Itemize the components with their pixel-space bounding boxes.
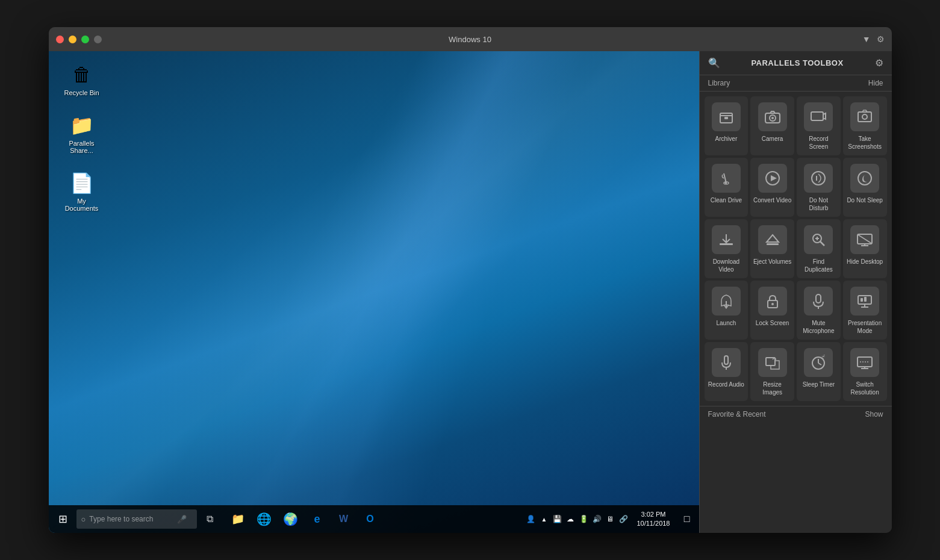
tray-storage-icon[interactable]: 💾 [551, 513, 563, 525]
desktop-icon-parallels-share[interactable]: 📁 Parallels Share... [58, 111, 106, 157]
tool-switch-resolution[interactable]: Switch Resolution [843, 342, 887, 401]
my-documents-label: My Documents [60, 198, 104, 212]
tool-lock-screen[interactable]: Lock Screen [750, 281, 794, 340]
start-button[interactable]: ⊞ [51, 507, 75, 531]
take-screenshots-label: Take Screenshots [845, 135, 885, 151]
desktop-icon-recycle-bin[interactable]: 🗑 Recycle Bin [58, 60, 106, 99]
svg-marker-18 [767, 235, 779, 242]
library-label: Library [708, 79, 730, 87]
svg-rect-6 [811, 112, 823, 120]
launch-label: Launch [716, 319, 736, 327]
find-duplicates-label: Find Duplicates [799, 258, 838, 273]
svg-marker-12 [771, 175, 777, 181]
tool-do-not-disturb[interactable]: Do Not Disturb [797, 158, 841, 217]
do-not-disturb-label: Do Not Disturb [799, 196, 838, 212]
svg-point-13 [812, 172, 825, 185]
svg-line-45 [818, 363, 821, 365]
launch-icon [712, 287, 741, 316]
svg-rect-31 [816, 294, 821, 303]
clock-date: 10/11/2018 [637, 519, 670, 528]
hide-desktop-icon [850, 225, 879, 254]
hide-button[interactable]: Hide [868, 79, 883, 87]
tool-record-screen[interactable]: Record Screen [797, 96, 841, 155]
tray-volume-icon[interactable]: 🔊 [591, 513, 603, 525]
title-bar-controls [56, 36, 102, 43]
tool-archiver[interactable]: Archiver [705, 96, 749, 155]
maximize-button[interactable] [81, 36, 89, 43]
tool-download-video[interactable]: Download Video [705, 219, 749, 278]
presentation-mode-label: Presentation Mode [845, 319, 885, 335]
convert-video-label: Convert Video [753, 196, 791, 204]
clock-time: 3:02 PM [641, 510, 665, 519]
download-video-icon [712, 225, 741, 254]
desktop[interactable]: 🗑 Recycle Bin 📁 Parallels Share... 📄 My … [49, 51, 699, 533]
tool-resize-images[interactable]: Resize Images [750, 342, 794, 401]
dropdown-icon[interactable]: ▼ [862, 34, 871, 44]
taskbar-search[interactable]: ○ 🎤 [76, 509, 197, 529]
taskbar-tray: 👤 ▲ 💾 ☁ 🔋 🔊 🖥 🔗 3:02 PM 10/11/2018 [524, 507, 696, 531]
tray-link-icon[interactable]: 🔗 [617, 513, 629, 525]
tool-camera[interactable]: Camera [750, 96, 794, 155]
task-view-button[interactable]: ⧉ [198, 507, 222, 531]
search-circle-icon: ○ [81, 515, 86, 524]
tool-hide-desktop[interactable]: Hide Desktop [843, 219, 887, 278]
settings-icon[interactable]: ⚙ [877, 34, 885, 44]
toolbox-panel: 🔍 PARALLELS TOOLBOX ⚙ Library Hide Archi… [699, 51, 892, 533]
tool-sleep-timer[interactable]: ZZ Sleep Timer [797, 342, 841, 401]
recycle-bin-label: Recycle Bin [64, 89, 99, 96]
ie-icon[interactable]: 🌍 [279, 507, 303, 531]
tool-mute-microphone[interactable]: Mute Microphone [797, 281, 841, 340]
notification-button[interactable]: □ [677, 507, 697, 531]
search-input[interactable] [89, 515, 173, 523]
outlook-icon[interactable]: O [358, 507, 382, 531]
taskbar-clock[interactable]: 3:02 PM 10/11/2018 [632, 510, 674, 529]
toolbox-grid: Archiver Camera Record Screen [700, 92, 892, 406]
toolbox-settings-icon[interactable]: ⚙ [875, 57, 883, 69]
tool-eject-volumes[interactable]: Eject Volumes [750, 219, 794, 278]
tray-people-icon[interactable]: 👤 [524, 513, 537, 525]
mic-icon[interactable]: 🎤 [177, 515, 187, 524]
file-explorer-icon[interactable]: 📁 [226, 507, 250, 531]
title-bar: Windows 10 ▼ ⚙ [49, 27, 892, 51]
edge-icon[interactable]: e [305, 507, 329, 531]
switch-resolution-label: Switch Resolution [845, 381, 885, 396]
desktop-icon-my-documents[interactable]: 📄 My Documents [58, 169, 106, 214]
recycle-bin-icon: 🗑 [70, 63, 94, 87]
tool-clean-drive[interactable]: Clean Drive [705, 158, 749, 217]
toolbox-library-header: Library Hide [700, 75, 892, 92]
taskbar-app-icons: 📁 🌐 🌍 e W O [226, 507, 382, 531]
svg-line-27 [858, 235, 871, 243]
mac-window: Windows 10 ▼ ⚙ 🗑 Recycle Bin 📁 Parallels… [49, 27, 892, 533]
minimize-button[interactable] [69, 36, 76, 43]
tool-launch[interactable]: Launch [705, 281, 749, 340]
inactive-button [94, 36, 102, 43]
lock-screen-label: Lock Screen [756, 319, 789, 327]
do-not-sleep-label: Do Not Sleep [847, 196, 882, 204]
tray-battery-icon[interactable]: 🔋 [577, 513, 590, 525]
tool-find-duplicates[interactable]: Find Duplicates [797, 219, 841, 278]
tray-cloud-icon[interactable]: ☁ [564, 513, 576, 525]
archiver-icon [712, 102, 741, 131]
eject-volumes-label: Eject Volumes [753, 258, 791, 266]
tool-record-audio[interactable]: Record Audio [705, 342, 749, 401]
close-button[interactable] [56, 36, 64, 43]
chrome-icon[interactable]: 🌐 [252, 507, 276, 531]
camera-label: Camera [762, 135, 783, 143]
record-audio-label: Record Audio [708, 381, 744, 388]
toolbox-search-icon[interactable]: 🔍 [708, 57, 720, 69]
tool-do-not-sleep[interactable]: Do Not Sleep [843, 158, 887, 217]
do-not-disturb-icon [804, 164, 833, 193]
svg-point-5 [771, 117, 774, 119]
word-icon[interactable]: W [332, 507, 356, 531]
tray-arrow-icon[interactable]: ▲ [538, 513, 550, 525]
tool-presentation-mode[interactable]: Presentation Mode [843, 281, 887, 340]
tray-display-icon[interactable]: 🖥 [604, 513, 616, 525]
camera-icon [758, 102, 787, 131]
svg-marker-7 [823, 113, 826, 119]
svg-text:Z: Z [823, 354, 825, 358]
tool-convert-video[interactable]: Convert Video [750, 158, 794, 217]
mute-microphone-icon [804, 287, 833, 316]
main-content: 🗑 Recycle Bin 📁 Parallels Share... 📄 My … [49, 51, 892, 533]
tool-take-screenshots[interactable]: Take Screenshots [843, 96, 887, 155]
show-button[interactable]: Show [865, 410, 883, 418]
